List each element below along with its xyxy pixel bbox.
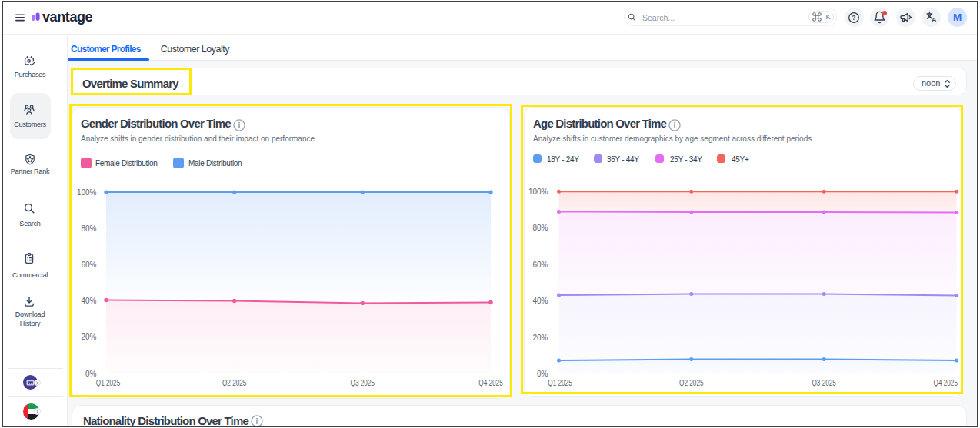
svg-text:?: ?	[852, 14, 855, 22]
svg-text:A: A	[931, 15, 936, 23]
